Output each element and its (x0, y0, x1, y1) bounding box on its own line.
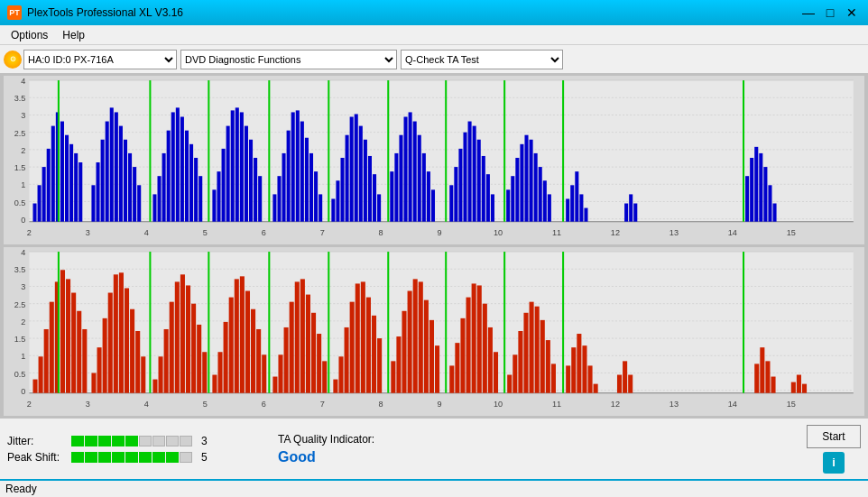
svg-rect-107 (390, 171, 393, 222)
svg-text:14: 14 (728, 400, 737, 409)
svg-text:5: 5 (203, 228, 208, 237)
svg-rect-193 (44, 329, 49, 393)
svg-rect-235 (272, 377, 277, 393)
svg-rect-198 (71, 293, 76, 393)
jitter-meter (71, 436, 192, 446)
svg-rect-120 (458, 149, 462, 222)
svg-text:3: 3 (21, 283, 25, 292)
svg-rect-206 (114, 274, 118, 392)
svg-rect-288 (577, 334, 581, 393)
svg-text:14: 14 (728, 228, 737, 237)
svg-rect-226 (224, 322, 228, 393)
info-button[interactable]: i (823, 452, 845, 474)
svg-text:11: 11 (552, 228, 561, 237)
svg-rect-290 (588, 365, 593, 392)
bottom-panel: Jitter: 3 Peak Shift: (0, 418, 868, 479)
charts-area: 4 3.5 3 2.5 2 1.5 1 0.5 0 2 3 4 5 6 7 8 … (0, 74, 868, 418)
svg-rect-127 (491, 194, 494, 221)
svg-rect-87 (291, 112, 295, 221)
svg-rect-36 (38, 185, 42, 221)
svg-rect-287 (571, 347, 576, 393)
svg-rect-253 (372, 316, 376, 393)
close-button[interactable]: ✕ (843, 5, 861, 21)
svg-text:3: 3 (86, 228, 90, 237)
svg-text:6: 6 (262, 400, 266, 409)
test-select[interactable]: Q-Check TA Test (401, 50, 563, 69)
app-window: PT PlexTools Professional XL V3.16 — □ ✕… (0, 0, 868, 497)
status-text: Ready (5, 483, 37, 495)
svg-text:1: 1 (21, 180, 25, 189)
svg-rect-95 (331, 198, 335, 221)
svg-rect-45 (78, 162, 82, 222)
svg-rect-267 (455, 343, 459, 393)
svg-rect-231 (251, 309, 255, 393)
svg-rect-115 (427, 171, 430, 222)
svg-rect-301 (797, 375, 801, 393)
svg-rect-266 (449, 365, 454, 392)
start-button[interactable]: Start (807, 425, 861, 448)
device-select[interactable]: HA:0 ID:0 PX-716A (23, 50, 177, 69)
top-chart: 4 3.5 3 2.5 2 1.5 1 0.5 0 2 3 4 5 6 7 8 … (4, 76, 864, 244)
svg-rect-85 (282, 153, 286, 222)
svg-rect-238 (290, 302, 294, 393)
svg-rect-92 (314, 171, 318, 222)
svg-rect-108 (394, 153, 398, 222)
device-selector-wrap: ⊙ HA:0 ID:0 PX-716A (4, 50, 177, 69)
maximize-button[interactable]: □ (821, 5, 839, 21)
bottom-chart: 4 3.5 3 2.5 2 1.5 1 0.5 0 2 3 4 5 6 7 8 … (4, 247, 864, 416)
menu-help[interactable]: Help (55, 27, 92, 43)
svg-rect-71 (212, 189, 216, 221)
svg-rect-77 (240, 112, 244, 221)
svg-rect-219 (186, 285, 190, 392)
svg-rect-196 (60, 270, 65, 392)
svg-rect-114 (422, 153, 426, 222)
svg-text:4: 4 (144, 400, 149, 409)
svg-rect-237 (284, 327, 289, 393)
svg-rect-97 (340, 158, 344, 222)
svg-rect-56 (133, 167, 136, 222)
jitter-seg-8 (166, 436, 179, 446)
jitter-seg-6 (139, 436, 152, 446)
svg-rect-283 (546, 340, 550, 393)
svg-rect-224 (212, 375, 217, 393)
svg-text:10: 10 (494, 400, 503, 409)
svg-rect-208 (125, 288, 129, 392)
function-select[interactable]: DVD Diagnostic Functions (180, 50, 397, 69)
svg-rect-291 (594, 384, 598, 393)
svg-rect-84 (277, 176, 281, 222)
svg-text:11: 11 (552, 400, 561, 409)
svg-rect-218 (180, 274, 185, 392)
svg-rect-81 (258, 176, 262, 222)
svg-rect-101 (359, 126, 363, 222)
svg-text:4: 4 (144, 228, 149, 237)
svg-rect-55 (128, 153, 132, 222)
svg-rect-289 (582, 345, 586, 393)
svg-text:13: 13 (669, 228, 679, 237)
svg-rect-42 (65, 135, 69, 222)
svg-rect-197 (66, 279, 70, 392)
svg-rect-61 (162, 153, 166, 222)
svg-rect-211 (141, 356, 145, 392)
jitter-seg-9 (180, 436, 192, 446)
svg-rect-216 (170, 302, 174, 393)
svg-rect-202 (91, 373, 96, 392)
peakshift-label: Peak Shift: (7, 451, 66, 464)
svg-rect-89 (300, 122, 304, 222)
svg-text:3.5: 3.5 (14, 94, 26, 103)
ps-seg-2 (85, 452, 97, 463)
svg-rect-80 (254, 158, 257, 222)
svg-rect-236 (278, 354, 282, 392)
svg-text:2.5: 2.5 (14, 129, 26, 138)
svg-rect-299 (771, 377, 775, 393)
toolbar: ⊙ HA:0 ID:0 PX-716A DVD Diagnostic Funct… (0, 45, 868, 74)
minimize-button[interactable]: — (799, 5, 817, 21)
svg-rect-155 (773, 204, 777, 222)
svg-rect-98 (346, 135, 349, 222)
svg-rect-146 (629, 194, 633, 221)
svg-rect-74 (226, 126, 230, 222)
menu-options[interactable]: Options (4, 27, 55, 43)
svg-rect-69 (199, 176, 202, 222)
svg-rect-282 (540, 320, 545, 393)
svg-text:8: 8 (379, 228, 383, 237)
svg-rect-50 (106, 122, 109, 222)
